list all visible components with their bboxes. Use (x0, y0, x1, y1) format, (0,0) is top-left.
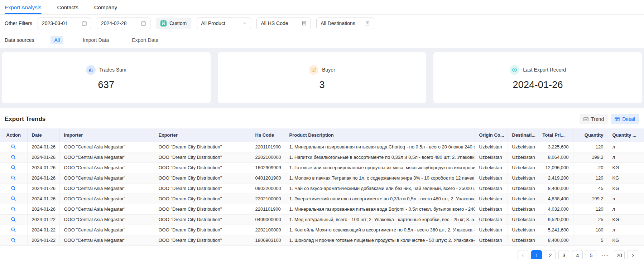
row-action-cell[interactable] (0, 194, 27, 204)
tab-company[interactable]: Company (94, 0, 117, 14)
row-destination: Uzbekistan (508, 183, 538, 194)
row-product-description: 1. Шоколад и прочие готовые пищевые прод… (285, 235, 475, 245)
row-exporter: OOO "Dream City Distribution" (154, 183, 251, 194)
date-from-input[interactable]: 2023-03-01 (38, 18, 91, 29)
trades-sum-label: Trades Sum (99, 67, 126, 73)
search-icon (11, 165, 16, 170)
col-action: Action (0, 128, 27, 142)
row-action-cell[interactable] (0, 214, 27, 225)
command-icon: ⌘ (160, 20, 167, 26)
data-source-export[interactable]: Export Data (128, 36, 162, 44)
next-page-button[interactable] (628, 250, 638, 259)
row-action-cell[interactable] (0, 142, 27, 152)
row-product-description: 1. Готовые или консервированные продукты… (285, 162, 475, 173)
row-quantity: 45 (573, 183, 608, 194)
row-total-price: 2,419,200 (538, 173, 573, 183)
col-date: Date (27, 128, 59, 142)
table-row: 2024-01-26 OOO "Central Asia Megastar" O… (0, 204, 644, 214)
top-tab-bar: Export Analysis Contacts Company (0, 0, 644, 15)
row-action-cell[interactable] (0, 183, 27, 194)
page-button-2[interactable]: 2 (545, 250, 556, 259)
tab-export-analysis[interactable]: Export Analysis (5, 0, 42, 14)
table-row: 2024-01-22 OOO "Central Asia Megastar" O… (0, 214, 644, 225)
date-to-input[interactable]: 2024-02-28 (97, 18, 150, 29)
stat-cards-band: Trades Sum 637 Buyer 3 Last Export Recor… (0, 48, 644, 108)
row-action-cell[interactable] (0, 173, 27, 183)
row-product-description: 1. Энергетический напиток в ассортименте… (285, 194, 475, 204)
date-from-value: 2023-03-01 (42, 20, 68, 26)
row-hs-code: 1602909909 (251, 162, 285, 173)
row-product-description: 1. Коктейль Мохито освежающий в ассортим… (285, 225, 475, 235)
page-button-4[interactable]: 4 (572, 250, 583, 259)
table-row: 2024-01-26 OOO "Central Asia Megastar" O… (0, 173, 644, 183)
destinations-select[interactable]: All Destinations (316, 18, 374, 29)
row-product-description: 1. Молоко в пачках Тетрапак по 1л, с сод… (285, 173, 475, 183)
row-quantity: 5 (573, 235, 608, 245)
data-source-all[interactable]: All (51, 36, 63, 44)
col-total-price: Total Pri... (538, 128, 573, 142)
row-total-price: 5,241,600 (538, 225, 573, 235)
table-row: 2024-01-26 OOO "Central Asia Megastar" O… (0, 194, 644, 204)
col-hs-code: Hs Code (251, 128, 285, 142)
table-row: 2024-01-22 OOO "Central Asia Megastar" O… (0, 225, 644, 235)
page-button-1[interactable]: 1 (531, 250, 542, 259)
row-date: 2024-01-26 (27, 204, 59, 214)
search-icon (11, 206, 16, 212)
row-origin-country: Uzbekistan (475, 162, 508, 173)
row-action-cell[interactable] (0, 225, 27, 235)
custom-range-button[interactable]: ⌘ Custom (156, 18, 191, 29)
row-date: 2024-01-26 (27, 183, 59, 194)
row-total-price: 9,520,000 (538, 214, 573, 225)
row-importer: OOO "Central Asia Megastar" (59, 204, 154, 214)
prev-page-button[interactable] (518, 250, 528, 259)
row-exporter: OOO "Dream City Distribution" (154, 142, 251, 152)
chevron-down-icon (242, 21, 247, 25)
row-exporter: OOO "Dream City Distribution" (154, 173, 251, 183)
page-button-last[interactable]: 20 (614, 250, 625, 259)
row-action-cell[interactable] (0, 204, 27, 214)
row-action-cell[interactable] (0, 235, 27, 245)
row-importer: OOO "Central Asia Megastar" (59, 194, 154, 204)
row-origin-country: Uzbekistan (475, 194, 508, 204)
row-importer: OOO "Central Asia Megastar" (59, 183, 154, 194)
row-product-description: 1. Минеральная газированная питьевая вод… (285, 204, 475, 214)
tab-contacts[interactable]: Contacts (57, 0, 78, 14)
buyer-card: Buyer 3 (218, 52, 427, 103)
row-action-cell[interactable] (0, 152, 27, 162)
trades-sum-value: 637 (98, 79, 115, 91)
row-action-cell[interactable] (0, 162, 27, 173)
row-quantity: 180 (573, 225, 608, 235)
row-total-price: 4,032,000 (538, 204, 573, 214)
row-quantity: 120 (573, 204, 608, 214)
row-date: 2024-01-22 (27, 225, 59, 235)
hs-code-select[interactable]: All HS Code (256, 18, 311, 29)
row-importer: OOO "Central Asia Megastar" (59, 162, 154, 173)
row-date: 2024-01-26 (27, 162, 59, 173)
bar-chart-icon (86, 65, 96, 75)
detail-button-label: Detail (622, 116, 635, 122)
row-exporter: OOO "Dream City Distribution" (154, 225, 251, 235)
row-importer: OOO "Central Asia Megastar" (59, 225, 154, 235)
row-origin-country: Uzbekistan (475, 214, 508, 225)
search-icon (11, 144, 16, 150)
last-export-record-card: Last Export Record 2024-01-26 (433, 52, 642, 103)
product-select[interactable]: All Product (197, 18, 251, 29)
last-export-record-label: Last Export Record (523, 67, 566, 73)
page-button-5[interactable]: 5 (586, 250, 596, 259)
row-destination: Uzbekistan (508, 225, 538, 235)
row-date: 2024-01-26 (27, 152, 59, 162)
row-total-price: 12,096,000 (538, 162, 573, 173)
pagination: 1 2 3 4 5 ••• 20 (0, 246, 644, 259)
row-destination: Uzbekistan (508, 235, 538, 245)
detail-view-button[interactable]: Detail (611, 114, 639, 124)
data-source-import[interactable]: Import Data (79, 36, 112, 44)
page-button-3[interactable]: 3 (558, 250, 569, 259)
row-total-price: 8,064,000 (538, 152, 573, 162)
pagination-ellipsis[interactable]: ••• (599, 250, 611, 259)
data-sources-bar: Data sources All Import Data Export Data (0, 32, 644, 48)
row-origin-country: Uzbekistan (475, 204, 508, 214)
row-origin-country: Uzbekistan (475, 225, 508, 235)
trend-view-button[interactable]: Trend (580, 114, 608, 124)
row-origin-country: Uzbekistan (475, 173, 508, 183)
product-value: All Product (201, 20, 225, 26)
